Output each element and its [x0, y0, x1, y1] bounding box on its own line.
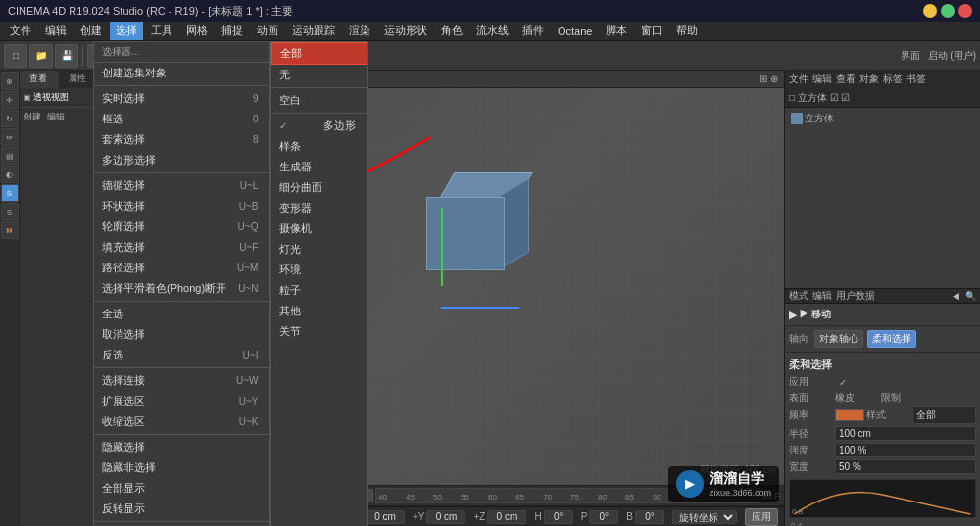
style-dropdown[interactable]: 全部 — [912, 406, 976, 424]
selector-header[interactable]: 选择器... — [94, 42, 270, 63]
submenu-particle-item[interactable]: 粒子 — [271, 280, 368, 301]
submenu-all-item[interactable]: 全部 — [271, 42, 368, 65]
select-all-item[interactable]: 全选 — [94, 304, 270, 324]
left-icon-rotate[interactable]: ↻ — [1, 110, 19, 127]
view-tab[interactable]: 查看 — [836, 72, 856, 86]
vx-input[interactable] — [366, 510, 405, 524]
menu-pipeline[interactable]: 流水线 — [470, 22, 514, 40]
submenu-generator-item[interactable]: 生成器 — [271, 157, 368, 177]
left-icon-scale[interactable]: ⇔ — [1, 128, 19, 146]
invert-show-item[interactable]: 反转显示 — [94, 499, 270, 519]
attrs-search-icon[interactable]: 🔍 — [965, 291, 976, 301]
apply-button[interactable]: 应用 — [745, 508, 778, 526]
menu-edit[interactable]: 编辑 — [39, 22, 73, 40]
soft-select-btn[interactable]: 柔和选择 — [867, 330, 916, 348]
left-icon-s1[interactable]: S — [1, 184, 19, 202]
menu-animation[interactable]: 动画 — [251, 22, 284, 40]
menu-render[interactable]: 渲染 — [343, 22, 376, 40]
toolbar-open[interactable]: 📁 — [29, 44, 53, 68]
ring-select-item[interactable]: 环状选择 U~B — [94, 196, 270, 216]
attrs-userdata-tab[interactable]: 用户数据 — [836, 289, 875, 303]
width-value[interactable]: 50 % — [835, 459, 976, 474]
lp-edit[interactable]: 编辑 — [47, 111, 65, 123]
menu-tools[interactable]: 工具 — [145, 22, 178, 40]
edit-tab[interactable]: 编辑 — [812, 72, 832, 86]
submenu-spline-item[interactable]: 样条 — [271, 136, 368, 157]
menu-plugins[interactable]: 插件 — [516, 22, 550, 40]
invert-select-item[interactable]: 反选 U~I — [94, 345, 270, 365]
hide-select-item[interactable]: 隐藏选择 — [94, 437, 270, 457]
h-input[interactable] — [544, 510, 573, 524]
menu-help[interactable]: 帮助 — [670, 22, 704, 40]
menu-motionshape[interactable]: 运动形状 — [378, 22, 433, 40]
lp-create[interactable]: 创建 — [24, 111, 41, 123]
submenu-other-item[interactable]: 其他 — [271, 301, 368, 321]
p-input[interactable] — [589, 510, 618, 524]
maximize-button[interactable] — [941, 4, 955, 18]
object-row-cube[interactable]: 立方体 — [787, 110, 978, 127]
menu-select[interactable]: 选择 — [110, 22, 143, 40]
lp-tab-view[interactable]: 查看 — [20, 71, 59, 88]
attrs-edit-tab[interactable]: 编辑 — [812, 289, 832, 303]
menu-motiontrack[interactable]: 运动跟踪 — [286, 22, 341, 40]
submenu-blank-item[interactable]: 空白 — [271, 90, 368, 111]
bookmarks-tab[interactable]: 书签 — [906, 72, 926, 86]
minimize-button[interactable] — [923, 4, 937, 18]
attrs-mode-tab[interactable]: 模式 — [789, 289, 808, 303]
submenu-joint-item[interactable]: 关节 — [271, 321, 368, 342]
menu-character[interactable]: 角色 — [435, 22, 468, 40]
toolbar-new[interactable]: □ — [4, 44, 27, 68]
toolbar-save[interactable]: 💾 — [55, 44, 78, 68]
menu-snap[interactable]: 捕捉 — [216, 22, 249, 40]
b-input[interactable] — [635, 510, 664, 524]
rect-select-item[interactable]: 框选 0 — [94, 109, 270, 129]
menu-file[interactable]: 文件 — [4, 22, 37, 40]
outline-select-item[interactable]: 轮廓选择 U~Q — [94, 216, 270, 237]
loop-select-item[interactable]: 德循选择 U~L — [94, 175, 270, 196]
submenu-light-label: 灯光 — [279, 242, 301, 257]
path-select-item[interactable]: 路径选择 U~M — [94, 258, 270, 278]
left-icon-s2[interactable]: S — [1, 203, 19, 220]
lasso-select-item[interactable]: 套索选择 8 — [94, 129, 270, 150]
left-icon-move[interactable]: ✛ — [1, 91, 19, 109]
left-icon-poly[interactable]: ▤ — [1, 147, 19, 165]
submenu-light-item[interactable]: 灯光 — [271, 239, 368, 260]
submenu-none-item[interactable]: 无 — [271, 65, 368, 85]
shrink-select-item[interactable]: 收缩选区 U~K — [94, 411, 270, 432]
submenu-camera-item[interactable]: 摄像机 — [271, 218, 368, 239]
radius-value[interactable]: 100 cm — [835, 426, 976, 441]
expand-select-item[interactable]: 扩展选区 U~Y — [94, 391, 270, 411]
grow-select-item[interactable]: 选择连接 U~W — [94, 370, 270, 391]
show-all-item[interactable]: 全部显示 — [94, 478, 270, 499]
realtime-select-item[interactable]: 实时选择 9 — [94, 88, 270, 109]
lp-tab-attrs[interactable]: 属性 — [59, 71, 98, 88]
submenu-env-item[interactable]: 环境 — [271, 260, 368, 280]
menu-window[interactable]: 窗口 — [635, 22, 668, 40]
menu-octane[interactable]: Octane — [552, 24, 598, 39]
menu-script[interactable]: 脚本 — [600, 22, 633, 40]
attrs-expand-icon[interactable]: ◀ — [953, 291, 959, 301]
object-axis-btn[interactable]: 对象轴心 — [814, 330, 863, 348]
close-button[interactable] — [958, 4, 972, 18]
menu-create[interactable]: 创建 — [74, 22, 108, 40]
left-icon-select[interactable]: ⊕ — [1, 72, 19, 90]
deselect-item[interactable]: 取消选择 — [94, 324, 270, 345]
polygon-select-item[interactable]: 多边形选择 — [94, 150, 270, 170]
menu-mesh[interactable]: 网格 — [180, 22, 214, 40]
vy-input[interactable] — [426, 510, 466, 524]
file-tab[interactable]: 文件 — [789, 72, 808, 86]
strength-value[interactable]: 100 % — [835, 443, 976, 457]
object-tab[interactable]: 对象 — [859, 72, 879, 86]
create-selection-item[interactable]: 创建选集对象 — [94, 63, 270, 83]
phong-select-item[interactable]: 选择平滑着色(Phong)断开 U~N — [94, 278, 270, 299]
hide-nonselect-item[interactable]: 隐藏非选择 — [94, 457, 270, 478]
submenu-subdivision-item[interactable]: 细分曲面 — [271, 177, 368, 198]
submenu-poly-item[interactable]: ✓ 多边形 — [271, 116, 368, 136]
rot-dropdown[interactable]: 旋转坐标 — [672, 510, 737, 524]
submenu-deformer-item[interactable]: 变形器 — [271, 198, 368, 218]
vz-input[interactable] — [487, 510, 526, 524]
left-icon-paint[interactable]: ◐ — [1, 166, 19, 183]
left-icon-maxi[interactable]: M — [1, 221, 19, 239]
fill-select-item[interactable]: 填充选择 U~F — [94, 237, 270, 258]
tags-tab[interactable]: 标签 — [883, 72, 903, 86]
